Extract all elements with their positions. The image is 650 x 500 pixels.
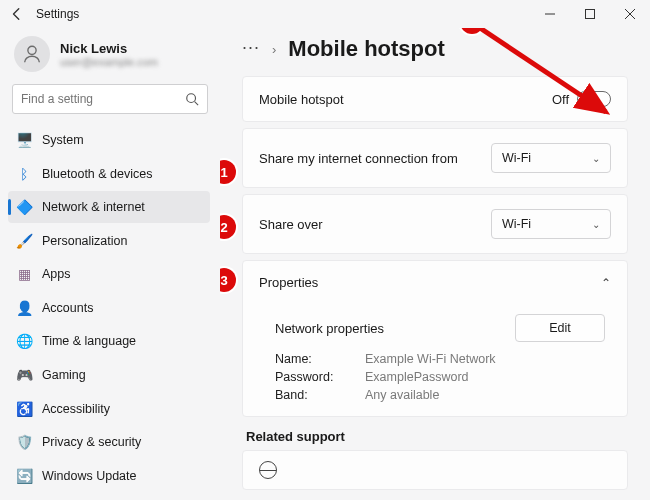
chevron-down-icon: ⌄ — [592, 219, 600, 230]
sidebar-icon: 🖌️ — [16, 233, 32, 249]
password-value: ExamplePassword — [365, 370, 611, 384]
sidebar-icon: ♿ — [16, 401, 32, 417]
main-panel: ··· › Mobile hotspot Mobile hotspot Off … — [220, 28, 650, 500]
search-icon — [185, 92, 199, 106]
person-icon — [21, 43, 43, 65]
sidebar-item-label: Bluetooth & devices — [42, 167, 153, 181]
sidebar-nav: 🖥️SystemᛒBluetooth & devices🔷Network & i… — [8, 124, 212, 492]
user-name: Nick Lewis — [60, 41, 158, 56]
chevron-down-icon: ⌄ — [592, 153, 600, 164]
user-email: user@example.com — [60, 56, 158, 68]
chevron-up-icon: ⌃ — [601, 276, 611, 290]
window-title: Settings — [36, 7, 79, 21]
back-button[interactable] — [4, 1, 30, 27]
annotation-2: 2 — [220, 215, 236, 239]
hotspot-card: Mobile hotspot Off — [242, 76, 628, 122]
annotation-3: 3 — [220, 268, 236, 292]
related-support-header: Related support — [246, 429, 628, 444]
user-block[interactable]: Nick Lewis user@example.com — [8, 30, 212, 82]
breadcrumb: ··· › Mobile hotspot — [242, 36, 628, 62]
minimize-button[interactable] — [530, 0, 570, 28]
chevron-right-icon: › — [272, 42, 276, 57]
network-properties-label: Network properties — [275, 321, 384, 336]
sidebar-item-system[interactable]: 🖥️System — [8, 124, 210, 157]
toggle-switch-icon — [577, 91, 611, 107]
sidebar: Nick Lewis user@example.com 🖥️SystemᛒBlu… — [0, 28, 220, 500]
sidebar-icon: 👤 — [16, 300, 32, 316]
minimize-icon — [545, 9, 555, 19]
sidebar-item-windows-update[interactable]: 🔄Windows Update — [8, 459, 210, 492]
name-value: Example Wi-Fi Network — [365, 352, 611, 366]
svg-point-4 — [28, 46, 36, 54]
properties-header: Properties — [259, 275, 318, 290]
sidebar-item-gaming[interactable]: 🎮Gaming — [8, 359, 210, 392]
properties-card: Properties ⌃ Network properties Edit Nam… — [242, 260, 628, 417]
password-key: Password: — [275, 370, 365, 384]
sidebar-item-label: Personalization — [42, 234, 127, 248]
search-box[interactable] — [12, 84, 208, 114]
sidebar-icon: ▦ — [16, 266, 32, 282]
sidebar-item-label: Apps — [42, 267, 71, 281]
sidebar-item-label: Accessibility — [42, 402, 110, 416]
close-icon — [625, 9, 635, 19]
related-support-card[interactable] — [242, 450, 628, 490]
share-over-value: Wi-Fi — [502, 217, 531, 231]
sidebar-item-privacy-security[interactable]: 🛡️Privacy & security — [8, 426, 210, 459]
sidebar-icon: 🔄 — [16, 468, 32, 484]
annotation-4: 4 — [460, 28, 484, 34]
sidebar-item-label: Accounts — [42, 301, 93, 315]
share-from-card: Share my internet connection from Wi-Fi … — [242, 128, 628, 188]
sidebar-item-label: Privacy & security — [42, 435, 141, 449]
sidebar-icon: 🌐 — [16, 333, 32, 349]
sidebar-icon: ᛒ — [16, 166, 32, 182]
maximize-button[interactable] — [570, 0, 610, 28]
sidebar-item-label: Windows Update — [42, 469, 137, 483]
hotspot-label: Mobile hotspot — [259, 92, 344, 107]
sidebar-item-accessibility[interactable]: ♿Accessibility — [8, 392, 210, 425]
sidebar-item-personalization[interactable]: 🖌️Personalization — [8, 224, 210, 257]
share-over-dropdown[interactable]: Wi-Fi ⌄ — [491, 209, 611, 239]
share-from-label: Share my internet connection from — [259, 151, 458, 166]
breadcrumb-more[interactable]: ··· — [242, 37, 260, 58]
share-over-card: Share over Wi-Fi ⌄ — [242, 194, 628, 254]
annotation-1: 1 — [220, 160, 236, 184]
sidebar-item-label: Gaming — [42, 368, 86, 382]
sidebar-item-label: System — [42, 133, 84, 147]
back-arrow-icon — [10, 7, 24, 21]
sidebar-item-apps[interactable]: ▦Apps — [8, 258, 210, 291]
globe-icon — [259, 461, 277, 479]
edit-button[interactable]: Edit — [515, 314, 605, 342]
page-title: Mobile hotspot — [288, 36, 444, 62]
maximize-icon — [585, 9, 595, 19]
hotspot-toggle[interactable]: Off — [552, 91, 611, 107]
share-over-label: Share over — [259, 217, 323, 232]
sidebar-icon: 🎮 — [16, 367, 32, 383]
close-button[interactable] — [610, 0, 650, 28]
sidebar-item-label: Network & internet — [42, 200, 145, 214]
svg-point-5 — [187, 94, 196, 103]
sidebar-item-bluetooth-devices[interactable]: ᛒBluetooth & devices — [8, 157, 210, 190]
sidebar-icon: 🖥️ — [16, 132, 32, 148]
sidebar-item-network-internet[interactable]: 🔷Network & internet — [8, 191, 210, 224]
share-from-dropdown[interactable]: Wi-Fi ⌄ — [491, 143, 611, 173]
properties-header-row[interactable]: Properties ⌃ — [243, 261, 627, 304]
sidebar-item-accounts[interactable]: 👤Accounts — [8, 292, 210, 325]
svg-rect-1 — [586, 10, 595, 19]
sidebar-icon: 🔷 — [16, 199, 32, 215]
avatar — [14, 36, 50, 72]
name-key: Name: — [275, 352, 365, 366]
sidebar-item-time-language[interactable]: 🌐Time & language — [8, 325, 210, 358]
hotspot-state: Off — [552, 92, 569, 107]
search-input[interactable] — [21, 92, 185, 106]
sidebar-item-label: Time & language — [42, 334, 136, 348]
band-value: Any available — [365, 388, 611, 402]
titlebar: Settings — [0, 0, 650, 28]
band-key: Band: — [275, 388, 365, 402]
svg-line-6 — [195, 101, 199, 105]
share-from-value: Wi-Fi — [502, 151, 531, 165]
sidebar-icon: 🛡️ — [16, 434, 32, 450]
